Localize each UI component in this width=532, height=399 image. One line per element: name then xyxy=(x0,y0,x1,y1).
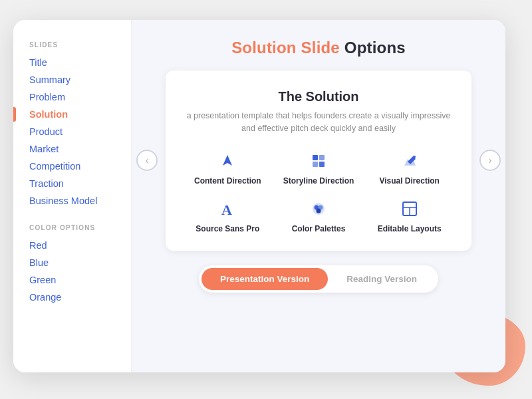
sidebar-item-product[interactable]: Product xyxy=(29,123,118,140)
feature-label-visual-direction: Visual Direction xyxy=(379,176,439,187)
feature-color-palettes: Color Palettes xyxy=(277,198,361,235)
solution-card: The Solution a presentation template tha… xyxy=(166,70,471,251)
sidebar-item-traction[interactable]: Traction xyxy=(29,175,118,192)
page-title-accent: Solution Slide xyxy=(231,39,340,57)
card-heading: The Solution xyxy=(186,89,452,104)
sidebar-color-orange[interactable]: Orange xyxy=(29,289,118,306)
slides-section-label: SLIDES xyxy=(29,41,118,49)
sidebar-item-business-model[interactable]: Business Model xyxy=(29,192,118,209)
main-card: SLIDES Title Summary Problem Solution Pr… xyxy=(13,20,505,372)
presentation-version-button[interactable]: Presentation Version xyxy=(201,268,328,290)
main-content: Solution Slide Options ‹ The Solution a … xyxy=(132,20,505,372)
sidebar-item-title[interactable]: Title xyxy=(29,54,118,71)
sidebar-color-green[interactable]: Green xyxy=(29,271,118,289)
feature-visual-direction: Visual Direction xyxy=(367,150,452,187)
sidebar-item-problem[interactable]: Problem xyxy=(29,88,118,106)
editable-layouts-icon xyxy=(399,198,420,219)
feature-label-color-palettes: Color Palettes xyxy=(292,224,346,235)
color-palettes-icon xyxy=(308,198,329,219)
feature-label-editable-layouts: Editable Layouts xyxy=(378,224,442,235)
feature-content-direction: Content Direction xyxy=(186,150,270,187)
page-title-rest: Options xyxy=(340,39,406,57)
reading-version-button[interactable]: Reading Version xyxy=(328,268,436,290)
prev-arrow[interactable]: ‹ xyxy=(136,150,158,171)
sidebar-item-market[interactable]: Market xyxy=(29,140,118,158)
features-grid: Content Direction S xyxy=(186,150,452,235)
svg-point-5 xyxy=(413,156,416,158)
storyline-direction-icon xyxy=(308,150,329,172)
feature-label-storyline-direction: Storyline Direction xyxy=(283,176,354,187)
version-buttons: Presentation Version Reading Version xyxy=(199,265,438,293)
next-arrow[interactable]: › xyxy=(479,150,501,171)
sidebar-item-summary[interactable]: Summary xyxy=(29,71,118,88)
content-direction-icon xyxy=(217,150,238,172)
sidebar-color-red[interactable]: Red xyxy=(29,237,118,254)
sidebar-divider xyxy=(29,209,118,221)
feature-editable-layouts: Editable Layouts xyxy=(367,198,452,235)
sidebar: SLIDES Title Summary Problem Solution Pr… xyxy=(13,20,132,372)
sidebar-item-solution[interactable]: Solution xyxy=(29,106,118,123)
card-description: a presentation template that helps found… xyxy=(186,110,452,136)
svg-text:A: A xyxy=(221,201,232,217)
feature-label-source-sans-pro: Source Sans Pro xyxy=(196,224,259,235)
svg-marker-0 xyxy=(223,155,232,166)
svg-point-10 xyxy=(316,209,321,213)
feature-storyline-direction: Storyline Direction xyxy=(277,150,361,187)
svg-rect-2 xyxy=(319,155,325,160)
source-sans-pro-icon: A xyxy=(217,198,238,219)
sidebar-color-blue[interactable]: Blue xyxy=(29,254,118,271)
feature-label-content-direction: Content Direction xyxy=(194,176,261,187)
svg-rect-1 xyxy=(313,155,318,160)
left-chevron-icon: ‹ xyxy=(146,155,149,166)
right-chevron-icon: › xyxy=(489,155,492,166)
color-options-label: COLOR OPTIONS xyxy=(29,224,118,231)
visual-direction-icon xyxy=(399,150,420,172)
svg-rect-4 xyxy=(319,162,325,167)
feature-source-sans-pro: A Source Sans Pro xyxy=(186,198,270,235)
page-title: Solution Slide Options xyxy=(231,39,406,57)
sidebar-item-competition[interactable]: Competition xyxy=(29,158,118,175)
svg-rect-3 xyxy=(313,162,318,167)
